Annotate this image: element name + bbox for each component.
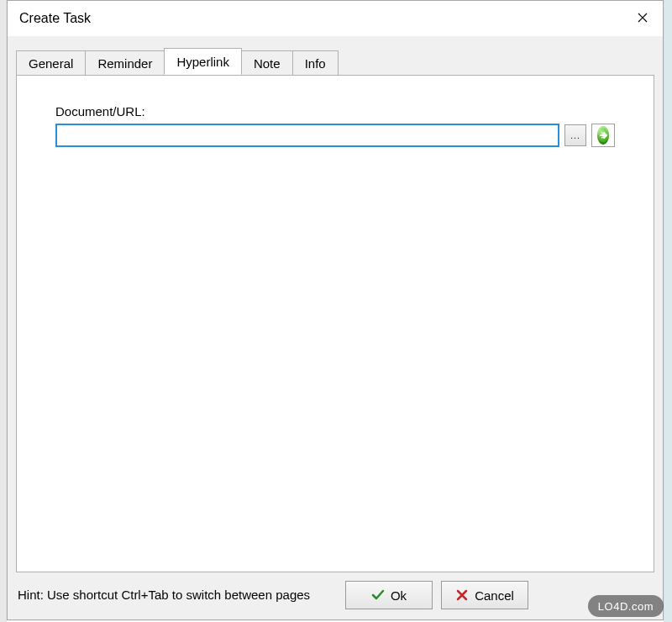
tab-reminder[interactable]: Reminder bbox=[85, 50, 165, 76]
window-title: Create Task bbox=[19, 11, 91, 26]
go-arrow-icon bbox=[597, 126, 609, 145]
dialog-footer: Hint: Use shortcut Ctrl+Tab to switch be… bbox=[16, 572, 654, 609]
tab-content-hyperlink: Document/URL: ... bbox=[16, 75, 654, 572]
cross-icon bbox=[455, 588, 469, 602]
url-input[interactable] bbox=[55, 124, 559, 147]
tab-note[interactable]: Note bbox=[241, 50, 293, 76]
titlebar: Create Task bbox=[8, 1, 663, 36]
close-icon bbox=[638, 11, 648, 26]
tab-general[interactable]: General bbox=[16, 50, 86, 76]
ok-button-label: Ok bbox=[391, 588, 407, 603]
cancel-button[interactable]: Cancel bbox=[441, 581, 528, 609]
tab-info[interactable]: Info bbox=[292, 50, 339, 76]
hint-text: Hint: Use shortcut Ctrl+Tab to switch be… bbox=[18, 588, 337, 604]
watermark: LO4D.com bbox=[588, 595, 664, 617]
client-area: General Reminder Hyperlink Note Info Doc… bbox=[8, 36, 663, 619]
checkmark-icon bbox=[371, 588, 385, 602]
open-url-button[interactable] bbox=[591, 124, 615, 147]
tab-hyperlink[interactable]: Hyperlink bbox=[164, 48, 242, 75]
ellipsis-icon: ... bbox=[570, 131, 580, 140]
browse-button[interactable]: ... bbox=[564, 124, 586, 146]
ok-button[interactable]: Ok bbox=[345, 581, 433, 609]
create-task-dialog: Create Task General Reminder Hyperlink N… bbox=[7, 0, 664, 620]
url-label: Document/URL: bbox=[55, 104, 615, 119]
close-button[interactable] bbox=[622, 1, 663, 36]
tabstrip: General Reminder Hyperlink Note Info bbox=[16, 45, 654, 75]
cancel-button-label: Cancel bbox=[475, 588, 514, 603]
url-row: ... bbox=[55, 124, 615, 147]
